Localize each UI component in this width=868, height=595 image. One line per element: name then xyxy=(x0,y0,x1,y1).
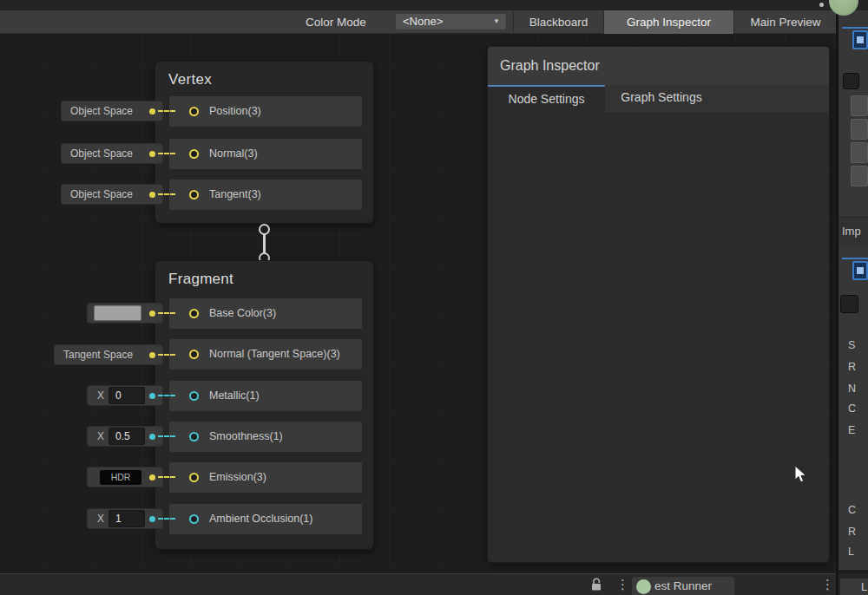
metallic-widget[interactable]: X 0 xyxy=(87,385,163,406)
field-label: R xyxy=(848,526,856,538)
shader-graph-icon xyxy=(852,261,868,280)
position-space-pill: Object Space xyxy=(61,101,163,121)
field-label: L xyxy=(848,546,854,558)
port-label: Smoothness(1) xyxy=(209,422,283,452)
graph-inspector-header[interactable]: Graph Inspector xyxy=(488,47,829,85)
test-runner-label: est Runner xyxy=(654,577,712,595)
vertex-node[interactable]: Vertex Position(3) Normal(3) Tangent(3) xyxy=(155,61,374,224)
test-runner-tab[interactable]: est Runner xyxy=(632,577,734,595)
port-dot-icon xyxy=(149,434,155,440)
field-label: R xyxy=(848,361,856,373)
graph-inspector-button[interactable]: Graph Inspector xyxy=(604,10,733,34)
fragment-node[interactable]: Fragment Base Color(3) Normal (Tangent S… xyxy=(155,260,374,550)
shader-graph-toolbar: Color Mode <None> ▼ Blackboard Graph Ins… xyxy=(0,10,838,34)
input-port-icon[interactable] xyxy=(189,391,199,401)
port-dot-icon xyxy=(149,352,155,358)
hdr-color-swatch[interactable]: HDR xyxy=(100,470,141,485)
chevron-down-icon: ▼ xyxy=(493,14,500,29)
emission-widget[interactable]: HDR xyxy=(87,467,163,487)
normal-tangent-row[interactable]: Normal (Tangent Space)(3) xyxy=(169,339,362,369)
smoothness-value-field[interactable]: 0.5 xyxy=(108,428,145,445)
bottom-bar: ⋮ est Runner ⋮ xyxy=(0,573,838,595)
ambient-occlusion-widget[interactable]: X 1 xyxy=(87,508,163,529)
tangent-row[interactable]: Tangent(3) xyxy=(169,180,362,210)
port-label: Ambient Occlusion(1) xyxy=(209,504,313,534)
normal-space-pill: Object Space xyxy=(61,143,163,164)
color-swatch[interactable] xyxy=(94,305,141,321)
port-dot-icon xyxy=(149,151,155,157)
inspector-field[interactable] xyxy=(851,166,868,186)
ao-value-field[interactable]: 1 xyxy=(108,510,145,527)
input-port-icon[interactable] xyxy=(189,309,199,318)
x-label: X xyxy=(97,509,104,528)
bottom-right-corner: L xyxy=(838,573,868,595)
tab-graph-settings[interactable]: Graph Settings xyxy=(605,85,718,112)
input-port-icon[interactable] xyxy=(189,514,199,524)
port-dot-icon xyxy=(149,516,155,522)
normal-row[interactable]: Normal(3) xyxy=(169,139,362,169)
port-dot-icon xyxy=(149,192,155,198)
fragment-node-title: Fragment xyxy=(168,271,233,288)
main-preview-button[interactable]: Main Preview xyxy=(734,10,837,34)
emission-row[interactable]: Emission(3) xyxy=(169,462,362,493)
x-label: X xyxy=(97,427,104,446)
normal-space-pill: Tangent Space xyxy=(54,344,163,365)
shader-graph-icon xyxy=(842,27,868,29)
graph-inspector-panel: Graph Inspector Node Settings Graph Sett… xyxy=(487,46,830,563)
port-dot-icon xyxy=(149,311,155,317)
mouse-cursor xyxy=(794,465,808,485)
port-dot-icon xyxy=(149,108,155,114)
input-port-icon[interactable] xyxy=(189,190,199,199)
shader-graph-window: Color Mode <None> ▼ Blackboard Graph Ins… xyxy=(0,0,868,595)
port-dot-icon xyxy=(149,393,155,399)
graph-inspector-body xyxy=(488,112,829,563)
input-port-icon[interactable] xyxy=(189,149,199,159)
input-port-icon[interactable] xyxy=(189,350,199,359)
port-dot-icon xyxy=(149,474,155,481)
shader-graph-icon xyxy=(852,30,868,49)
imported-object-header[interactable]: Imp xyxy=(838,218,868,245)
port-label: Tangent(3) xyxy=(209,180,261,210)
input-port-icon[interactable] xyxy=(189,432,199,441)
field-label: E xyxy=(848,424,855,436)
input-port-icon[interactable] xyxy=(189,473,199,482)
base-color-widget[interactable] xyxy=(87,303,163,324)
base-color-row[interactable]: Base Color(3) xyxy=(169,298,362,329)
inspector-field[interactable] xyxy=(851,95,868,116)
vertex-node-title: Vertex xyxy=(168,71,212,88)
more-options-icon[interactable]: ⋮ xyxy=(821,576,834,593)
tab-node-settings[interactable]: Node Settings xyxy=(488,85,605,112)
smoothness-row[interactable]: Smoothness(1) xyxy=(169,422,362,452)
input-port-icon[interactable] xyxy=(189,107,199,116)
metallic-value-field[interactable]: 0 xyxy=(108,387,145,404)
more-options-icon[interactable]: ⋮ xyxy=(616,576,629,593)
inspector-field[interactable] xyxy=(851,119,868,140)
smoothness-widget[interactable]: X 0.5 xyxy=(87,426,163,447)
port-label: Normal(3) xyxy=(209,139,258,169)
ambient-occlusion-row[interactable]: Ambient Occlusion(1) xyxy=(169,504,362,534)
field-label: C xyxy=(848,402,856,415)
x-label: X xyxy=(97,386,104,405)
graph-inspector-title: Graph Inspector xyxy=(500,47,600,85)
port-label: Position(3) xyxy=(209,96,261,127)
unlock-icon[interactable] xyxy=(589,577,603,592)
checkbox[interactable] xyxy=(843,73,859,89)
color-mode-label: Color Mode xyxy=(306,10,366,34)
port-label: Normal (Tangent Space)(3) xyxy=(209,339,340,369)
unity-inspector-sliver: Imp S R N C E C R L xyxy=(838,10,868,570)
field-label: C xyxy=(848,504,856,516)
menu-dot-icon xyxy=(819,3,824,7)
field-label: S xyxy=(848,339,855,351)
position-row[interactable]: Position(3) xyxy=(169,96,362,127)
field-label: N xyxy=(848,382,856,395)
tangent-space-pill: Object Space xyxy=(61,184,163,205)
port-label: Metallic(1) xyxy=(209,381,260,411)
metallic-row[interactable]: Metallic(1) xyxy=(169,381,362,411)
stack-connector-top-icon xyxy=(259,224,270,235)
corner-tab[interactable]: L xyxy=(840,579,868,595)
inspector-field[interactable] xyxy=(851,142,868,163)
blackboard-button[interactable]: Blackboard xyxy=(514,10,603,34)
color-mode-dropdown[interactable]: <None> ▼ xyxy=(395,13,507,30)
checkbox[interactable] xyxy=(840,295,858,313)
port-label: Base Color(3) xyxy=(209,298,276,329)
